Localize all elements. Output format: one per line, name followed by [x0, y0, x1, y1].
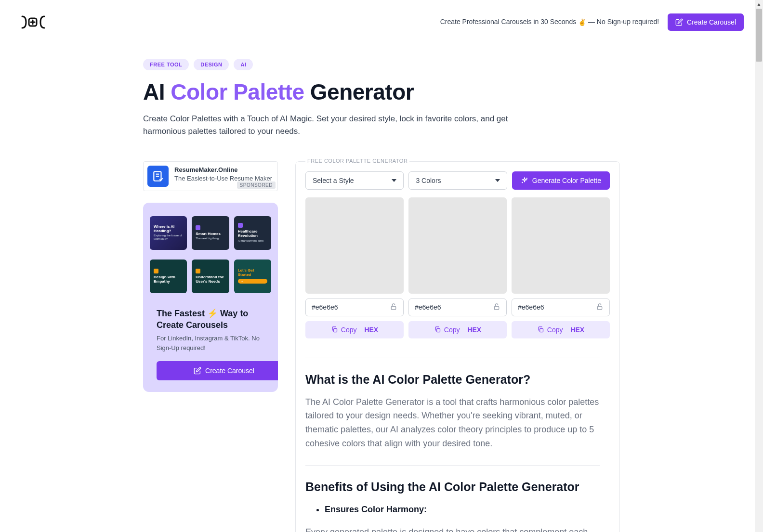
header-tagline: Create Professional Carousels in 30 Seco… [440, 18, 659, 26]
peace-emoji: ✌️ [578, 19, 586, 26]
app-header: Create Professional Carousels in 30 Seco… [0, 0, 763, 31]
article-list-item: Ensures Color Harmony: [325, 503, 600, 517]
page-subtitle: Create Color Palettes with a Touch of AI… [143, 113, 538, 138]
tag-design: DESIGN [194, 59, 229, 70]
svg-point-7 [522, 182, 522, 182]
hex-input[interactable]: #e6e6e6 [512, 298, 610, 316]
sponsored-label: SPONSORED [237, 182, 276, 189]
article-paragraph: Every generated palette is designed to h… [305, 525, 600, 532]
swatch-column: #e6e6e6 Copy HEX [305, 197, 404, 338]
bolt-emoji: ⚡ [207, 309, 218, 318]
article-body: What is the AI Color Palette Generator? … [305, 338, 610, 532]
lock-open-icon[interactable] [493, 303, 500, 312]
logo[interactable] [19, 15, 47, 29]
promo-card: Where is AI Heading? Exploring the futur… [143, 203, 278, 392]
copy-icon [434, 326, 441, 333]
svg-rect-12 [597, 306, 602, 310]
promo-create-carousel-button[interactable]: Create Carousel [157, 361, 278, 380]
article-heading-1: What is the AI Color Palette Generator? [305, 373, 600, 387]
tag-row: FREE TOOL DESIGN AI [143, 59, 620, 70]
article-heading-2: Benefits of Using the AI Color Palette G… [305, 480, 600, 494]
svg-rect-10 [494, 306, 499, 310]
promo-slide: Where is AI Heading? Exploring the futur… [150, 216, 187, 250]
swatch-row: #e6e6e6 Copy HEX [305, 197, 610, 338]
edit-icon [194, 367, 201, 375]
page-title: AI Color Palette Generator [143, 79, 620, 105]
lock-open-icon[interactable] [596, 303, 604, 312]
generate-palette-button[interactable]: Generate Color Palette [512, 171, 610, 190]
scrollbar[interactable]: ▲ ▼ [755, 0, 763, 532]
sponsor-title: ResumeMaker.Online [174, 166, 272, 174]
tag-free-tool: FREE TOOL [143, 59, 189, 70]
svg-rect-8 [391, 306, 395, 310]
chevron-down-icon [392, 179, 396, 182]
style-select[interactable]: Select a Style [305, 171, 404, 190]
edit-icon [675, 18, 683, 26]
color-swatch[interactable] [305, 197, 404, 294]
hex-input[interactable]: #e6e6e6 [408, 298, 507, 316]
panel-legend: FREE COLOR PALETTE GENERATOR [305, 158, 409, 164]
scrollbar-thumb[interactable] [756, 9, 762, 62]
create-carousel-button[interactable]: Create Carousel [668, 13, 744, 31]
sponsored-card[interactable]: ResumeMaker.Online The Easiest-to-Use Re… [143, 161, 278, 191]
promo-subtitle: For LinkedIn, Instagram & TikTok. No Sig… [157, 334, 264, 352]
color-count-select[interactable]: 3 Colors [408, 171, 507, 190]
copy-hex-button[interactable]: Copy HEX [305, 321, 404, 338]
svg-rect-13 [539, 329, 543, 332]
promo-slide: Design with Empathy [150, 260, 187, 293]
promo-heading: The Fastest ⚡ Way to Create Carousels [157, 308, 264, 331]
divider [305, 465, 600, 466]
promo-slide: Smart Homes The next big thing [192, 216, 229, 250]
sponsor-logo [147, 166, 169, 187]
promo-slide: Understand the User's Needs [192, 260, 229, 293]
promo-slide: Healthcare Revolution AI transforming ca… [234, 216, 271, 250]
svg-rect-9 [333, 329, 337, 332]
promo-preview: Where is AI Heading? Exploring the futur… [143, 203, 278, 305]
color-swatch[interactable] [408, 197, 507, 294]
sparkle-icon [521, 177, 528, 184]
svg-rect-11 [436, 329, 440, 332]
lock-open-icon[interactable] [390, 303, 397, 312]
divider [305, 358, 600, 358]
copy-icon [537, 326, 544, 333]
article-paragraph: The AI Color Palette Generator is a tool… [305, 395, 600, 451]
generator-panel: FREE COLOR PALETTE GENERATOR Select a St… [295, 161, 620, 532]
tag-ai: AI [234, 59, 253, 70]
copy-hex-button[interactable]: Copy HEX [408, 321, 507, 338]
scroll-up-icon[interactable]: ▲ [755, 0, 763, 8]
swatch-column: #e6e6e6 Copy HEX [512, 197, 610, 338]
chevron-down-icon [495, 179, 500, 182]
color-swatch[interactable] [512, 197, 610, 294]
svg-point-6 [526, 178, 527, 178]
swatch-column: #e6e6e6 Copy HEX [408, 197, 507, 338]
copy-hex-button[interactable]: Copy HEX [512, 321, 610, 338]
hex-input[interactable]: #e6e6e6 [305, 298, 404, 316]
promo-slide: Let's Get Started → [234, 260, 271, 293]
copy-icon [331, 326, 338, 333]
